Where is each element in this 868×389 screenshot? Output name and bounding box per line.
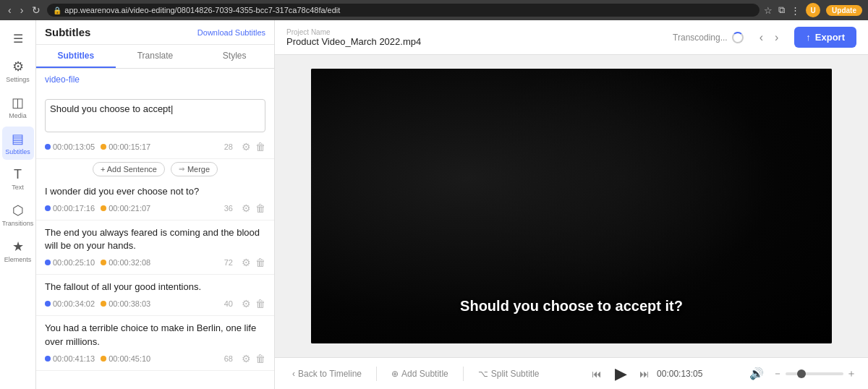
user-avatar[interactable]: U [806,3,820,17]
extensions-icon[interactable]: ⧉ [778,4,785,16]
zoom-thumb[interactable] [797,369,806,378]
main-content: Project Name Product Video_March 2022.mp… [275,20,868,389]
subtitle-meta-4: 00:00:34:02 00:00:38:03 40 ⚙ 🗑 [45,298,265,309]
tab-translate[interactable]: Translate [116,45,195,68]
lock-icon: 🔒 [53,7,61,14]
menu-dots-icon[interactable]: ⋮ [791,5,800,16]
bottom-controls: ‹ Back to Timeline ⊕ Add Subtitle ⌥ Spli… [275,357,868,389]
zoom-slider[interactable] [786,372,843,375]
project-name: Product Video_March 2022.mp4 [286,36,421,47]
browser-right-icons: ☆ ⧉ ⋮ U Update [764,3,862,17]
start-dot-3 [45,260,51,265]
browser-back-button[interactable]: ‹ [6,4,14,16]
subtitle-actions-2: ⚙ 🗑 [242,202,265,214]
subtitle-actions-3: ⚙ 🗑 [242,257,265,268]
sidebar-item-text-label: Text [12,184,24,191]
zoom-out-icon[interactable]: － [773,367,783,380]
nav-forward-button[interactable]: › [770,28,783,47]
split-subtitle-button[interactable]: ⌥ Split Subtitle [472,366,545,382]
sidebar-item-settings[interactable]: ⚙ Settings [2,54,34,87]
start-time-value-1: 00:00:13:05 [53,142,95,151]
nav-arrows: ‹ › [755,28,783,47]
subtitle-text-content-5: You had a terrible choice to make in Ber… [45,322,256,346]
merge-label: Merge [187,165,210,174]
settings-action-icon-5[interactable]: ⚙ [242,353,251,364]
hamburger-icon[interactable]: ☰ [7,26,29,51]
start-time-5: 00:00:41:13 [45,354,95,363]
tab-subtitles[interactable]: Subtitles [36,45,116,68]
sidebar-item-elements[interactable]: ★ Elements [2,234,34,268]
app-container: ☰ ⚙ Settings ◫ Media ▤ Subtitles T Text … [0,20,868,389]
zoom-in-icon[interactable]: ＋ [846,367,856,380]
end-time-2: 00:00:21:07 [101,204,150,213]
subtitles-icon: ▤ [12,131,24,147]
subtitles-panel: Subtitles Download Subtitles Subtitles T… [36,20,275,389]
merge-button[interactable]: ⇒ Merge [171,162,218,176]
subtitle-item-2: I wonder did you ever choose not to? 00:… [36,179,274,221]
delete-action-icon-1[interactable]: 🗑 [255,141,265,153]
back-arrow-icon: ‹ [292,369,295,379]
sidebar-item-transitions[interactable]: ⬡ Transitions [2,198,34,231]
back-to-timeline-button[interactable]: ‹ Back to Timeline [286,366,367,382]
delete-action-icon-3[interactable]: 🗑 [255,257,265,268]
export-label: Export [815,32,845,43]
subtitle-actions-1: ⚙ 🗑 [242,141,265,153]
subtitle-text-3: The end you always feared is coming and … [45,226,265,252]
video-file-label[interactable]: video-file [36,69,274,90]
subtitle-item-4: The fallout of all your good intentions.… [36,275,274,316]
split-subtitle-icon: ⌥ [478,369,488,379]
video-player[interactable]: Should you choose to accept it? [311,69,832,343]
start-time-4: 00:00:34:02 [45,299,95,308]
fast-forward-button[interactable]: ⏭ [639,368,650,380]
start-dot-1 [45,144,51,150]
url-bar[interactable]: 🔒 app.wearenova.ai/video-editing/0801482… [47,4,760,17]
subtitle-num-3: 72 [224,258,233,267]
end-dot-4 [101,301,106,307]
sidebar-item-media[interactable]: ◫ Media [2,90,34,124]
subtitle-textarea-1[interactable]: Should you choose to accept| [45,99,265,132]
subtitle-num-5: 68 [224,354,233,363]
add-subtitle-button[interactable]: ⊕ Add Subtitle [386,366,454,382]
volume-icon[interactable]: 🔊 [749,367,764,380]
settings-action-icon-3[interactable]: ⚙ [242,257,251,268]
browser-forward-button[interactable]: › [18,4,26,16]
add-sentence-button[interactable]: + Add Sentence [93,162,165,176]
end-time-1: 00:00:15:17 [101,142,150,151]
add-merge-row: + Add Sentence ⇒ Merge [36,159,274,179]
subtitle-meta-5: 00:00:41:13 00:00:45:10 68 ⚙ 🗑 [45,353,265,364]
settings-action-icon-4[interactable]: ⚙ [242,298,251,309]
sidebar-item-media-label: Media [9,112,27,119]
bookmark-icon[interactable]: ☆ [764,5,773,16]
merge-icon: ⇒ [179,165,184,173]
export-icon: ↑ [806,32,811,43]
end-dot-2 [101,205,106,211]
tab-styles[interactable]: Styles [195,45,274,68]
end-time-value-1: 00:00:15:17 [109,142,150,151]
rewind-button[interactable]: ⏮ [592,368,602,380]
settings-action-icon-1[interactable]: ⚙ [242,141,251,153]
delete-action-icon-5[interactable]: 🗑 [255,353,265,364]
project-info: Project Name Product Video_March 2022.mp… [286,28,421,47]
play-button[interactable]: ▶ [609,362,632,385]
subtitle-text-1[interactable]: Should you choose to accept| [45,99,265,137]
browser-refresh-button[interactable]: ↻ [30,4,43,16]
start-time-2: 00:00:17:16 [45,204,95,213]
settings-action-icon-2[interactable]: ⚙ [242,202,251,214]
nav-back-button[interactable]: ‹ [755,28,767,47]
divider-2 [463,367,464,381]
sidebar-item-subtitles[interactable]: ▤ Subtitles [2,127,34,160]
playback-controls: ⏮ ▶ ⏭ 00:00:13:05 [592,362,702,385]
transcoding-spinner [732,32,744,43]
update-button[interactable]: Update [826,5,862,16]
elements-icon: ★ [12,239,24,255]
media-icon: ◫ [12,95,24,111]
export-button[interactable]: ↑ Export [794,27,856,48]
add-subtitle-icon: ⊕ [391,369,399,379]
sidebar-item-text[interactable]: T Text [2,163,34,195]
text-icon: T [14,167,22,182]
download-subtitles-link[interactable]: Download Subtitles [197,28,265,37]
start-time-3: 00:00:25:10 [45,258,95,267]
delete-action-icon-4[interactable]: 🗑 [255,298,265,309]
delete-action-icon-2[interactable]: 🗑 [255,202,265,214]
start-time-value-2: 00:00:17:16 [53,204,95,213]
